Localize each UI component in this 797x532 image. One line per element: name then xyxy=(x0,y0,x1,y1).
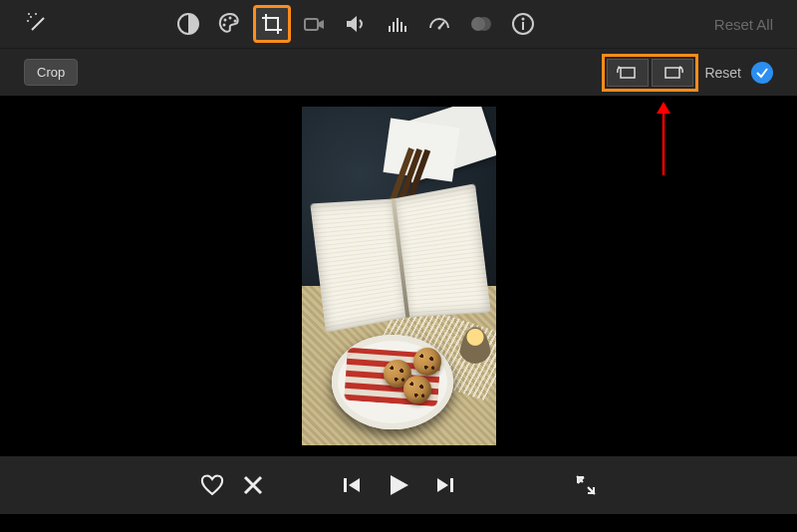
checkmark-icon xyxy=(755,66,769,80)
previous-button[interactable] xyxy=(342,475,362,495)
svg-point-8 xyxy=(234,20,237,23)
svg-rect-14 xyxy=(400,22,402,32)
camera-button[interactable] xyxy=(295,5,333,43)
camera-icon xyxy=(302,12,326,36)
rotate-button-group xyxy=(602,54,698,92)
volume-button[interactable] xyxy=(337,5,375,43)
svg-point-17 xyxy=(438,27,441,30)
next-icon xyxy=(435,475,455,495)
video-viewer[interactable] xyxy=(0,96,797,456)
rotate-ccw-button[interactable] xyxy=(607,59,649,87)
info-button[interactable] xyxy=(504,5,542,43)
overlap-circles-button[interactable] xyxy=(462,5,500,43)
overlap-circles-icon xyxy=(468,11,494,37)
play-icon xyxy=(386,472,411,498)
heart-icon xyxy=(199,472,225,498)
svg-rect-24 xyxy=(665,68,679,78)
magic-wand-button[interactable] xyxy=(16,5,60,43)
top-toolbar: Reset All xyxy=(0,0,797,48)
info-icon xyxy=(511,12,535,36)
crop-sub-toolbar: Crop Reset xyxy=(0,48,797,96)
svg-point-9 xyxy=(223,24,226,27)
favorite-button[interactable] xyxy=(199,472,225,498)
reset-all-button[interactable]: Reset All xyxy=(706,12,781,37)
crop-icon xyxy=(260,12,284,36)
svg-point-1 xyxy=(30,16,32,18)
rotate-cw-button[interactable] xyxy=(652,59,693,87)
contrast-icon xyxy=(176,12,200,36)
svg-rect-10 xyxy=(305,19,318,30)
svg-rect-15 xyxy=(404,26,406,32)
fullscreen-button[interactable] xyxy=(574,473,598,497)
svg-point-6 xyxy=(224,19,227,22)
svg-rect-13 xyxy=(397,18,398,32)
next-button[interactable] xyxy=(435,475,455,495)
clip-thumbnail xyxy=(302,107,496,445)
svg-point-7 xyxy=(229,17,232,20)
svg-rect-11 xyxy=(389,26,391,32)
palette-button[interactable] xyxy=(211,5,249,43)
svg-point-2 xyxy=(27,20,29,22)
svg-point-3 xyxy=(35,13,37,15)
fullscreen-icon xyxy=(574,473,598,497)
equalizer-icon xyxy=(386,12,409,36)
crop-tool-button[interactable] xyxy=(253,5,291,43)
svg-rect-12 xyxy=(393,22,395,32)
magic-wand-icon xyxy=(25,11,51,37)
svg-line-0 xyxy=(32,18,44,30)
speedometer-icon xyxy=(427,12,451,36)
reset-button[interactable]: Reset xyxy=(704,65,741,81)
svg-rect-26 xyxy=(344,478,347,492)
equalizer-button[interactable] xyxy=(379,5,416,43)
crop-mode-button[interactable]: Crop xyxy=(24,59,78,86)
svg-point-19 xyxy=(477,17,491,31)
contrast-button[interactable] xyxy=(169,5,207,43)
svg-rect-22 xyxy=(522,22,524,30)
svg-point-4 xyxy=(28,13,30,15)
svg-rect-23 xyxy=(621,68,635,78)
volume-icon xyxy=(344,12,368,36)
palette-icon xyxy=(217,11,243,37)
svg-rect-27 xyxy=(450,478,453,492)
annotation-arrow xyxy=(654,100,673,175)
reject-button[interactable] xyxy=(241,472,265,498)
speedometer-button[interactable] xyxy=(420,5,458,43)
previous-icon xyxy=(342,475,362,495)
rotate-cw-icon xyxy=(660,64,685,82)
apply-button[interactable] xyxy=(751,62,773,84)
x-icon xyxy=(241,473,265,497)
svg-point-21 xyxy=(522,18,525,21)
play-button[interactable] xyxy=(386,472,411,498)
bottom-strip xyxy=(0,514,797,532)
playback-bar xyxy=(0,456,797,514)
rotate-ccw-icon xyxy=(615,64,641,82)
